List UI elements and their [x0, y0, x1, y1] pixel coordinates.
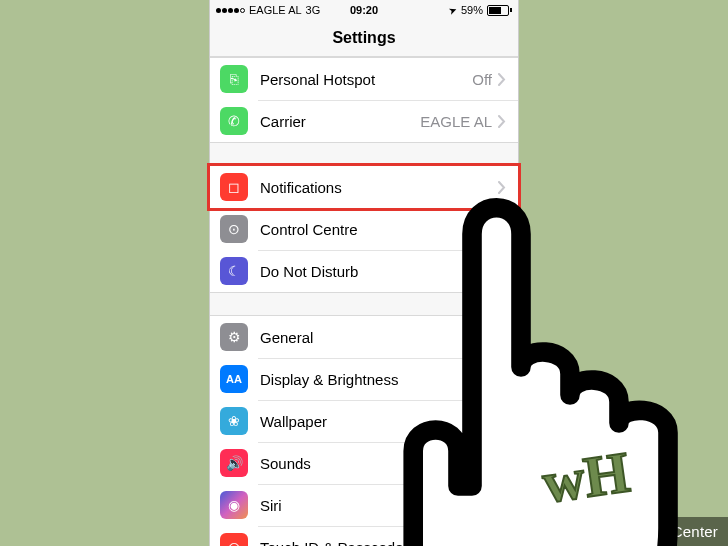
battery-percent: 59%: [461, 4, 483, 16]
row-display-brightness[interactable]: AADisplay & Brightness: [210, 358, 518, 400]
chevron-right-icon: [498, 73, 506, 86]
settings-group: ⚙GeneralAADisplay & Brightness❀Wallpaper…: [210, 315, 518, 546]
caption-bar: wikiHow to Disable Game Center: [480, 517, 728, 546]
row-label: Personal Hotspot: [260, 71, 472, 88]
control-centre-icon: ⊙: [220, 215, 248, 243]
row-label: Control Centre: [260, 221, 498, 238]
row-notifications[interactable]: ◻Notifications: [210, 166, 518, 208]
settings-group: ⎘Personal HotspotOff✆CarrierEAGLE AL: [210, 57, 518, 143]
row-label: Siri: [260, 497, 498, 514]
status-bar: EAGLE AL 3G 09:20 ➤ 59%: [210, 0, 518, 20]
row-general[interactable]: ⚙General: [210, 316, 518, 358]
row-label: Sounds: [260, 455, 498, 472]
caption-how: How: [516, 523, 548, 540]
carrier-name: EAGLE AL: [249, 4, 302, 16]
tutorial-image: EAGLE AL 3G 09:20 ➤ 59% Settings ⎘Person…: [0, 0, 728, 546]
chevron-right-icon: [498, 181, 506, 194]
row-touch-id-passcode[interactable]: ◎Touch ID & Passcode: [210, 526, 518, 546]
row-value: EAGLE AL: [420, 113, 492, 130]
phone-icon: ✆: [220, 107, 248, 135]
moon-icon: ☾: [220, 257, 248, 285]
row-wallpaper[interactable]: ❀Wallpaper: [210, 400, 518, 442]
row-do-not-disturb[interactable]: ☾Do Not Disturb: [210, 250, 518, 292]
row-carrier[interactable]: ✆CarrierEAGLE AL: [210, 100, 518, 142]
settings-list: ⎘Personal HotspotOff✆CarrierEAGLE AL◻Not…: [210, 57, 518, 546]
signal-dots-icon: [216, 8, 245, 13]
chevron-right-icon: [498, 499, 506, 512]
wikihow-logo-text: wH: [538, 439, 633, 515]
clock: 09:20: [350, 4, 378, 16]
chevron-right-icon: [498, 223, 506, 236]
row-value: Off: [472, 71, 492, 88]
row-personal-hotspot[interactable]: ⎘Personal HotspotOff: [210, 58, 518, 100]
row-control-centre[interactable]: ⊙Control Centre: [210, 208, 518, 250]
row-label: General: [260, 329, 498, 346]
gear-icon: ⚙: [220, 323, 248, 351]
chevron-right-icon: [498, 115, 506, 128]
network-type: 3G: [306, 4, 321, 16]
location-icon: ➤: [447, 3, 458, 16]
settings-group: ◻Notifications⊙Control Centre☾Do Not Dis…: [210, 165, 518, 293]
row-label: Do Not Disturb: [260, 263, 498, 280]
row-sounds[interactable]: 🔊Sounds: [210, 442, 518, 484]
row-siri[interactable]: ◉Siri: [210, 484, 518, 526]
chevron-right-icon: [498, 457, 506, 470]
chevron-right-icon: [498, 331, 506, 344]
row-label: Touch ID & Passcode: [260, 539, 498, 547]
battery-icon: [487, 5, 512, 16]
notifications-icon: ◻: [220, 173, 248, 201]
row-label: Notifications: [260, 179, 498, 196]
display-icon: AA: [220, 365, 248, 393]
link-icon: ⎘: [220, 65, 248, 93]
sounds-icon: 🔊: [220, 449, 248, 477]
page-title: Settings: [210, 20, 518, 57]
chevron-right-icon: [498, 415, 506, 428]
iphone-screen: EAGLE AL 3G 09:20 ➤ 59% Settings ⎘Person…: [210, 0, 518, 546]
chevron-right-icon: [498, 373, 506, 386]
row-label: Carrier: [260, 113, 420, 130]
caption-wiki: wiki: [490, 523, 516, 540]
fingerprint-icon: ◎: [220, 533, 248, 546]
siri-icon: ◉: [220, 491, 248, 519]
row-label: Wallpaper: [260, 413, 498, 430]
wallpaper-icon: ❀: [220, 407, 248, 435]
chevron-right-icon: [498, 265, 506, 278]
caption-text: to Disable Game Center: [548, 523, 718, 540]
row-label: Display & Brightness: [260, 371, 498, 388]
